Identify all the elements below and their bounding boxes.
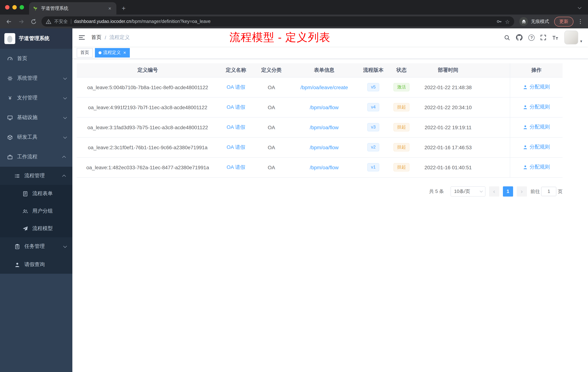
back-button[interactable] <box>4 17 13 26</box>
clipboard-icon <box>15 244 20 249</box>
cell-category: OA <box>253 97 290 117</box>
security-label[interactable]: 不安全 <box>54 18 68 25</box>
sidebar-item-payment[interactable]: ¥ 支付管理 <box>0 88 72 108</box>
assign-rule-label: 分配规则 <box>529 164 550 171</box>
url-text[interactable]: dashboard.yudao.iocoder.cn/bpm/manager/d… <box>74 19 493 24</box>
forward-button[interactable] <box>17 17 25 26</box>
sidebar-item-infrastructure[interactable]: 基础设施 <box>0 108 72 127</box>
sidebar-item-home[interactable]: 首页 <box>0 49 72 68</box>
prev-page-button[interactable]: ‹ <box>489 186 499 196</box>
sidebar-item-workflow[interactable]: 工作流程 <box>0 147 72 167</box>
definition-name-link[interactable]: OA 请假 <box>227 144 245 150</box>
user-icon <box>523 165 528 170</box>
font-size-icon[interactable] <box>552 34 559 40</box>
sidebar-item-process-management[interactable]: 流程管理 <box>0 167 72 185</box>
tag-label: 首页 <box>80 50 89 56</box>
reload-button[interactable] <box>29 17 38 26</box>
sidebar-item-label: 支付管理 <box>17 95 59 101</box>
user-icon <box>523 85 528 89</box>
sidebar: 芋道管理系统 首页 系统管理 ¥ 支付管理 基础设施 <box>0 28 72 372</box>
breadcrumb-home[interactable]: 首页 <box>91 34 101 41</box>
cell-id: oa_leave:2:3c1f0ef1-76b1-11ec-9c66-a2380… <box>77 137 219 157</box>
sidebar-item-leave-query[interactable]: 请假查询 <box>0 255 72 274</box>
logo-avatar <box>4 33 15 44</box>
col-header-form: 表单信息 <box>290 63 359 77</box>
update-button[interactable]: 更新 <box>554 17 573 26</box>
definition-name-link[interactable]: OA 请假 <box>227 124 245 130</box>
sidebar-item-process-form[interactable]: 流程表单 <box>0 185 72 202</box>
definition-name-link[interactable]: OA 请假 <box>227 104 245 110</box>
hamburger-icon[interactable] <box>78 34 85 41</box>
breadcrumb: 首页 / 流程定义 <box>91 34 130 41</box>
tag-home[interactable]: 首页 <box>77 48 93 57</box>
tab-title: 芋道管理系统 <box>41 5 104 11</box>
form-link[interactable]: /bpm/oa/flow <box>310 104 339 110</box>
form-link[interactable]: /bpm/oa/leave/create <box>300 84 348 90</box>
search-icon[interactable] <box>504 34 510 41</box>
sidebar-item-process-model[interactable]: 流程模型 <box>0 220 72 237</box>
bookmark-star-icon[interactable]: ☆ <box>505 19 510 24</box>
form-link[interactable]: /bpm/oa/flow <box>310 164 339 170</box>
close-window-button[interactable] <box>5 5 10 10</box>
tab-close-icon[interactable]: × <box>107 5 113 11</box>
assign-rule-link[interactable]: 分配规则 <box>523 144 550 151</box>
page-number-button[interactable]: 1 <box>503 186 513 196</box>
tag-label: 流程定义 <box>103 50 121 56</box>
sidebar-logo[interactable]: 芋道管理系统 <box>0 28 72 49</box>
dashboard-icon <box>7 56 13 61</box>
assign-rule-link[interactable]: 分配规则 <box>523 84 550 90</box>
key-icon[interactable] <box>496 19 502 24</box>
table-row: oa_leave:5:004b710b-7b8a-11ec-8ef0-acde4… <box>77 77 563 97</box>
assign-rule-label: 分配规则 <box>529 104 550 110</box>
fullscreen-icon[interactable] <box>541 34 546 40</box>
assign-rule-link[interactable]: 分配规则 <box>523 164 550 171</box>
sidebar-item-label: 系统管理 <box>17 75 59 82</box>
briefcase-icon <box>7 154 13 160</box>
cell-spacer <box>481 137 510 157</box>
workflow-submenu: 流程管理 流程表单 用户分组 流程模型 任务管理 <box>0 167 72 274</box>
user-menu[interactable]: ▾ <box>565 31 582 44</box>
tab-search-button[interactable] <box>576 4 582 11</box>
new-tab-button[interactable]: + <box>118 3 129 13</box>
table-row: oa_leave:2:3c1f0ef1-76b1-11ec-9c66-a2380… <box>77 137 563 157</box>
tag-close-icon[interactable]: × <box>123 50 126 55</box>
breadcrumb-separator: / <box>105 34 106 40</box>
col-header-time: 部署时间 <box>415 63 481 77</box>
chevron-up-icon <box>62 156 66 159</box>
sidebar-item-devtools[interactable]: 研发工具 <box>0 127 72 147</box>
avatar[interactable] <box>565 31 578 44</box>
sidebar-item-user-group[interactable]: 用户分组 <box>0 202 72 220</box>
page-size-select[interactable]: 10条/页 <box>451 186 485 196</box>
maximize-window-button[interactable] <box>20 5 24 10</box>
url-bar[interactable]: 不安全 dashboard.yudao.iocoder.cn/bpm/manag… <box>42 16 514 27</box>
definition-name-link[interactable]: OA 请假 <box>227 84 245 90</box>
next-page-button[interactable]: › <box>517 186 527 196</box>
app-frame: 芋道管理系统 首页 系统管理 ¥ 支付管理 基础设施 <box>0 28 588 372</box>
github-icon[interactable] <box>516 34 523 41</box>
definition-name-link[interactable]: OA 请假 <box>227 164 245 170</box>
col-header-version: 流程版本 <box>359 63 388 77</box>
tag-process-definition[interactable]: 流程定义 × <box>95 48 130 57</box>
col-header-status: 状态 <box>388 63 415 77</box>
cell-category: OA <box>253 137 290 157</box>
cell-spacer <box>481 97 510 117</box>
minimize-window-button[interactable] <box>12 5 17 10</box>
version-badge: v5 <box>367 83 379 91</box>
goto-page-input[interactable] <box>541 186 556 196</box>
sidebar-item-label: 用户分组 <box>32 208 66 214</box>
incognito-label: 无痕模式 <box>531 18 549 25</box>
window-controls <box>5 5 24 10</box>
col-header-category: 定义分类 <box>253 63 290 77</box>
help-icon[interactable]: ? <box>529 34 535 41</box>
sidebar-item-system[interactable]: 系统管理 <box>0 68 72 88</box>
browser-tab[interactable]: 芋道管理系统 × <box>29 2 116 15</box>
assign-rule-link[interactable]: 分配规则 <box>523 104 550 110</box>
form-link[interactable]: /bpm/oa/flow <box>310 144 339 150</box>
assign-rule-link[interactable]: 分配规则 <box>523 124 550 131</box>
form-link[interactable]: /bpm/oa/flow <box>310 124 339 130</box>
sidebar-item-label: 研发工具 <box>17 134 59 141</box>
cell-id: oa_leave:5:004b710b-7b8a-11ec-8ef0-acde4… <box>77 77 219 97</box>
sidebar-item-task-management[interactable]: 任务管理 <box>0 237 72 255</box>
browser-menu-icon[interactable]: ⋮ <box>577 18 584 25</box>
active-dot-icon <box>99 51 101 54</box>
